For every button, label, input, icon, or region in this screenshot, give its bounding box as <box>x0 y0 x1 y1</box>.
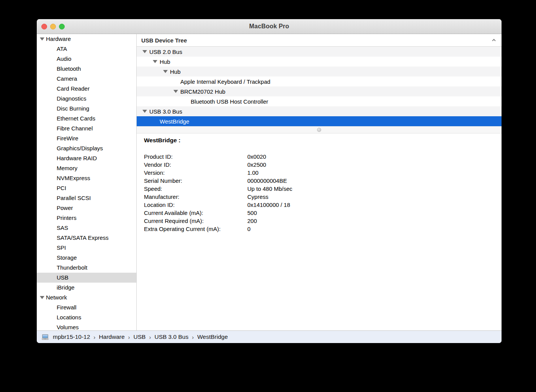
window-title: MacBook Pro <box>249 23 289 30</box>
sidebar-item-label: Ethernet Cards <box>57 115 95 122</box>
detail-row-serial-number: Serial Number:0000000004BE <box>144 177 502 185</box>
sidebar-item-network[interactable]: Network <box>37 293 136 303</box>
sidebar-item-memory[interactable]: Memory <box>37 163 136 173</box>
detail-row-version: Version:1.00 <box>144 169 502 177</box>
tree-row-label: BRCM20702 Hub <box>180 88 226 95</box>
breadcrumb-separator-icon: › <box>93 334 95 340</box>
usb-device-tree: USB 2.0 Bus Hub Hub Apple Internal Keybo… <box>137 47 502 126</box>
system-information-window: MacBook Pro Hardware ATA Audio Bluetooth… <box>37 19 502 343</box>
tree-row-hub1[interactable]: Hub <box>137 57 502 67</box>
sidebar-item-locations[interactable]: Locations <box>37 312 136 322</box>
device-details-pane: WestBridge : Product ID:0x0020 Vendor ID… <box>137 133 502 330</box>
sidebar-item-label: Fibre Channel <box>57 125 93 132</box>
sidebar-item-usb[interactable]: USB <box>37 273 136 283</box>
sidebar-item-firewire[interactable]: FireWire <box>37 133 136 143</box>
tree-row-label: USB 2.0 Bus <box>149 49 182 55</box>
tree-row-apple-keyboard[interactable]: Apple Internal Keyboard / Trackpad <box>137 76 502 86</box>
sidebar-item-volumes[interactable]: Volumes <box>37 322 136 330</box>
sidebar-item-nvmexpress[interactable]: NVMExpress <box>37 173 136 183</box>
sidebar-item-card-reader[interactable]: Card Reader <box>37 84 136 94</box>
detail-row-current-required: Current Required (mA):200 <box>144 217 502 225</box>
disclosure-triangle-icon[interactable] <box>142 110 147 113</box>
sidebar-item-audio[interactable]: Audio <box>37 54 136 64</box>
sidebar-item-firewall[interactable]: Firewall <box>37 303 136 312</box>
detail-value: Up to 480 Mb/sec <box>247 185 293 193</box>
disclosure-triangle-icon[interactable] <box>173 90 178 93</box>
tree-row-bluetooth-controller[interactable]: Bluetooth USB Host Controller <box>137 96 502 106</box>
sidebar-item-label: Thunderbolt <box>57 264 87 271</box>
sidebar-item-ibridge[interactable]: iBridge <box>37 283 136 293</box>
sidebar-item-label: Volumes <box>57 324 79 330</box>
sidebar-item-label: NVMExpress <box>57 175 90 181</box>
disclosure-triangle-icon[interactable] <box>153 60 157 63</box>
window-controls <box>41 19 65 34</box>
splitter-grab-handle[interactable] <box>317 128 321 132</box>
detail-value: Cypress <box>247 193 268 201</box>
sidebar-item-disc-burning[interactable]: Disc Burning <box>37 104 136 114</box>
detail-row-current-available: Current Available (mA):500 <box>144 209 502 217</box>
sidebar-item-pci[interactable]: PCI <box>37 183 136 193</box>
sidebar-item-printers[interactable]: Printers <box>37 213 136 223</box>
tree-row-hub2[interactable]: Hub <box>137 67 502 76</box>
sidebar-item-sata-express[interactable]: SATA/SATA Express <box>37 233 136 243</box>
close-button[interactable] <box>41 24 47 29</box>
tree-row-westbridge[interactable]: WestBridge <box>137 116 502 126</box>
sidebar-item-power[interactable]: Power <box>37 203 136 213</box>
collapse-chevron-icon[interactable] <box>492 38 496 42</box>
tree-row-usb2-bus[interactable]: USB 2.0 Bus <box>137 47 502 57</box>
sidebar-item-label: Printers <box>57 215 77 221</box>
sidebar-item-hardware-raid[interactable]: Hardware RAID <box>37 153 136 163</box>
usb-panel: USB Device Tree USB 2.0 Bus Hub Hub Appl… <box>137 34 502 330</box>
sidebar-item-label: iBridge <box>57 284 75 291</box>
pane-splitter[interactable] <box>137 126 502 133</box>
tree-row-label: USB 3.0 Bus <box>149 108 182 115</box>
category-sidebar[interactable]: Hardware ATA Audio Bluetooth Camera Card… <box>37 34 137 330</box>
sidebar-item-parallel-scsi[interactable]: Parallel SCSI <box>37 193 136 203</box>
sidebar-item-label: SPI <box>57 244 66 251</box>
tree-section-header[interactable]: USB Device Tree <box>137 34 502 47</box>
breadcrumb-item-usb[interactable]: USB <box>134 333 146 340</box>
sidebar-item-label: SATA/SATA Express <box>57 234 109 241</box>
tree-row-usb3-bus[interactable]: USB 3.0 Bus <box>137 106 502 116</box>
sidebar-item-label: ATA <box>57 46 67 52</box>
sidebar-item-thunderbolt[interactable]: Thunderbolt <box>37 263 136 273</box>
disclosure-triangle-icon[interactable] <box>163 70 168 73</box>
sidebar-item-bluetooth[interactable]: Bluetooth <box>37 64 136 74</box>
sidebar-item-diagnostics[interactable]: Diagnostics <box>37 94 136 104</box>
disclosure-triangle-icon[interactable] <box>40 296 44 299</box>
sidebar-item-ata[interactable]: ATA <box>37 44 136 54</box>
breadcrumb-item-westbridge[interactable]: WestBridge <box>197 333 228 340</box>
detail-value: 1.00 <box>247 169 258 177</box>
sidebar-item-fibre-channel[interactable]: Fibre Channel <box>37 124 136 133</box>
sidebar-item-label: Disc Burning <box>57 105 89 112</box>
sidebar-item-storage[interactable]: Storage <box>37 253 136 263</box>
breadcrumb-item-hardware[interactable]: Hardware <box>99 333 124 340</box>
tree-row-brcm-hub[interactable]: BRCM20702 Hub <box>137 86 502 96</box>
detail-row-speed: Speed:Up to 480 Mb/sec <box>144 185 502 193</box>
tree-row-label: Bluetooth USB Host Controller <box>191 98 268 105</box>
sidebar-item-label: Camera <box>57 75 77 82</box>
zoom-button[interactable] <box>59 24 65 29</box>
detail-label: Product ID: <box>144 153 247 161</box>
sidebar-item-graphics-displays[interactable]: Graphics/Displays <box>37 143 136 153</box>
sidebar-item-label: Hardware <box>46 36 71 42</box>
sidebar-item-hardware[interactable]: Hardware <box>37 34 136 44</box>
sidebar-item-camera[interactable]: Camera <box>37 74 136 84</box>
sidebar-item-spi[interactable]: SPI <box>37 243 136 253</box>
disclosure-triangle-icon[interactable] <box>142 50 147 53</box>
sidebar-item-label: Card Reader <box>57 85 90 92</box>
minimize-button[interactable] <box>50 24 56 29</box>
sidebar-item-label: Parallel SCSI <box>57 195 91 201</box>
sidebar-item-label: Locations <box>57 314 81 320</box>
breadcrumb-item-usb3-bus[interactable]: USB 3.0 Bus <box>154 333 188 340</box>
breadcrumb-separator-icon: › <box>192 334 194 340</box>
breadcrumb-item-computer[interactable]: mpbr15-10-12 <box>53 333 90 340</box>
detail-label: Version: <box>144 169 247 177</box>
title-bar[interactable]: MacBook Pro <box>37 19 502 34</box>
disclosure-triangle-icon[interactable] <box>40 37 44 41</box>
sidebar-item-sas[interactable]: SAS <box>37 223 136 233</box>
detail-label: Speed: <box>144 185 247 193</box>
sidebar-item-ethernet-cards[interactable]: Ethernet Cards <box>37 114 136 124</box>
sidebar-item-label: USB <box>57 274 69 281</box>
sidebar-item-label: Firewall <box>57 304 77 311</box>
